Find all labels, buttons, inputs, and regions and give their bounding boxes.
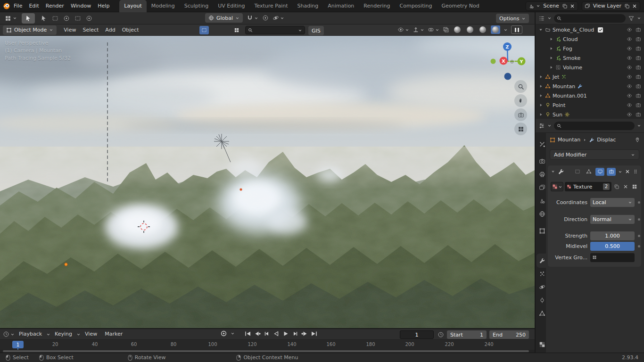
jet-emitter-dot[interactable] [239,188,242,190]
viewport-toggle-sphere-1[interactable] [210,26,220,34]
add-modifier-button[interactable]: Add Modifier [550,149,639,160]
viewport-toggle-grid[interactable] [232,26,241,34]
proportional-edit-toggle[interactable] [262,15,269,21]
viewport-3d[interactable]: User Perspective (1) Camera | Mountan Pa… [0,36,535,328]
frame-start-field[interactable]: Start 1 [447,330,487,339]
disclosure-collapsed-icon[interactable] [549,46,553,51]
properties-editor-icon[interactable] [538,123,545,129]
pin-icon[interactable] [635,137,640,143]
midlevel-field[interactable]: 0.500 [590,242,635,251]
mode-dropdown[interactable]: Object Mode [3,25,57,35]
outliner-editor-icon[interactable] [538,15,545,22]
render-visibility-icon[interactable] [636,83,641,89]
disclosure-expanded-icon[interactable] [538,27,543,32]
next-frame-button[interactable] [291,331,299,337]
render-visibility-icon[interactable] [636,102,641,108]
active-tool-button[interactable] [22,13,35,24]
hide-eye-icon[interactable] [627,55,632,61]
hide-eye-icon[interactable] [627,93,632,99]
tab-tool[interactable] [538,140,546,148]
hide-eye-icon[interactable] [627,36,632,42]
proportional-falloff-dropdown[interactable] [272,15,284,21]
menu-edit[interactable]: Edit [25,0,42,12]
outliner-row-fog[interactable]: Fog [536,44,644,53]
frame-end-field[interactable]: End 250 [489,330,529,339]
pause-render-button[interactable] [511,25,522,34]
outliner-row-mountan-001[interactable]: Mountan.001 [536,91,644,100]
tab-physics[interactable] [538,283,546,291]
timeline-menu-marker[interactable]: Marker [101,328,126,340]
extras-dropdown-icon[interactable] [618,170,622,174]
overlays-dropdown[interactable] [428,26,439,33]
outliner-row-mountan[interactable]: Mountan [536,82,644,91]
editor-type-button[interactable] [3,15,19,22]
prev-frame-button[interactable] [263,331,271,337]
disclosure-expanded-icon[interactable] [551,169,555,174]
tab-animation[interactable]: Animation [323,0,359,12]
viewport-toggle-select[interactable] [199,26,209,34]
render-visibility-icon[interactable] [636,74,641,80]
select-circle-button[interactable] [61,14,72,23]
filter-icon[interactable] [628,15,635,22]
viewport-menu-view[interactable]: View [60,24,79,36]
hide-eye-icon[interactable] [627,65,632,70]
ortho-toggle-button[interactable] [514,123,527,135]
gis-button[interactable]: GIS [308,26,324,35]
transform-orientation-dropdown[interactable]: Global [205,13,243,23]
options-dropdown[interactable]: Options [496,14,529,23]
animate-dot[interactable] [638,235,640,237]
texture-preview-dropdown[interactable] [551,182,563,191]
disclosure-collapsed-icon[interactable] [538,93,543,98]
outliner-search-field[interactable] [554,14,626,23]
tab-particles[interactable] [538,270,546,278]
coordinates-dropdown[interactable]: Local [590,198,635,207]
animate-dot[interactable] [638,218,640,221]
tab-world[interactable] [538,210,546,218]
view-layer-selector[interactable]: View Layer [582,1,640,11]
hide-eye-icon[interactable] [627,83,632,89]
menu-file[interactable]: File [10,0,25,12]
current-frame-field[interactable]: 1 [400,330,434,339]
disclosure-collapsed-icon[interactable] [549,65,553,70]
shading-material-button[interactable] [478,25,487,34]
shading-rendered-button[interactable] [491,25,500,34]
tab-material[interactable] [538,322,546,331]
scene-selector[interactable]: Scene [526,1,578,11]
tab-output[interactable] [538,170,546,179]
viewport-toggle-sphere-2[interactable] [221,26,231,34]
render-visibility-icon[interactable] [636,46,641,51]
tab-constraints[interactable] [538,296,546,304]
render-visibility-icon[interactable] [636,55,641,61]
edit-mode-toggle[interactable] [573,168,582,176]
outliner-row-cloud[interactable]: Cloud [536,34,644,44]
strength-field[interactable]: 1.000 [590,231,635,240]
show-texture-in-editor-button[interactable] [631,182,638,191]
next-keyframe-button[interactable] [301,331,308,337]
tab-scene[interactable] [538,197,546,205]
tab-texture-paint[interactable]: Texture Paint [250,0,293,12]
scrollbar-handle[interactable] [3,350,529,352]
new-scene-icon[interactable] [562,3,568,9]
hide-eye-icon[interactable] [627,27,632,33]
prev-keyframe-button[interactable] [254,331,261,337]
hide-eye-icon[interactable] [627,102,632,108]
xray-toggle[interactable] [443,26,449,33]
render-toggle[interactable] [607,168,616,176]
tab-sculpting[interactable]: Sculpting [180,0,213,12]
visibility-dropdown[interactable] [397,26,409,33]
zoom-button[interactable] [514,80,527,93]
duplicate-texture-button[interactable] [613,182,620,191]
breadcrumb-object[interactable]: Mountan [558,137,580,143]
shading-wireframe-button[interactable] [453,25,462,34]
viewport-menu-object[interactable]: Object [119,24,142,36]
camera-view-button[interactable] [514,108,527,121]
render-visibility-icon[interactable] [636,36,641,42]
outliner-row-smoke[interactable]: Smoke [536,53,644,63]
close-icon[interactable] [625,169,630,174]
outliner-row-sun[interactable]: Sun [536,110,644,119]
new-view-layer-icon[interactable] [624,3,630,9]
tab-layout[interactable]: Layout [119,0,146,12]
outliner-row-collection[interactable]: Smoke_&_Cloud [536,25,644,34]
gizmo-dropdown[interactable] [413,26,424,33]
drag-handle-icon[interactable] [633,169,638,174]
